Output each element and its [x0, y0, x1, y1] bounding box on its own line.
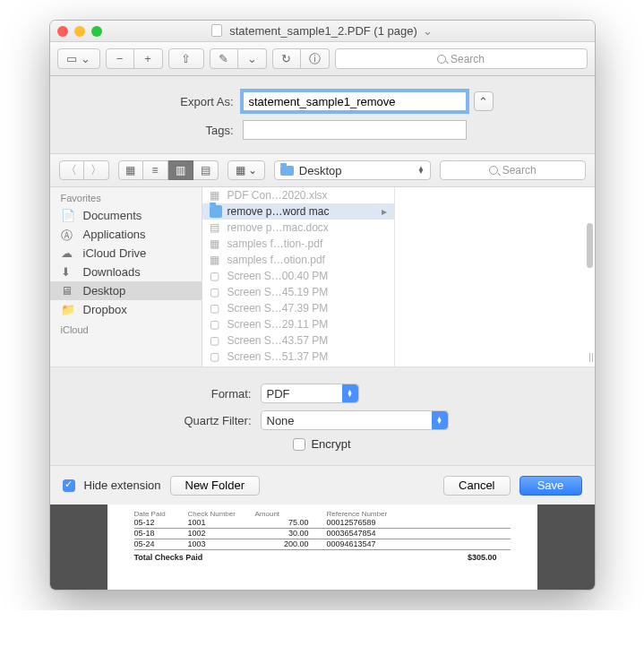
gallery-view-button[interactable]: ▤	[193, 160, 219, 180]
zoom-out-button[interactable]: −	[106, 48, 134, 69]
app-toolbar: ▭ ⌄ −+ ⇧ ✎⌄ ↻ⓘ Search	[50, 42, 595, 76]
sidebar-item-downloads[interactable]: ⬇Downloads	[50, 263, 202, 281]
export-as-label: Export As:	[50, 95, 243, 108]
arrange-button[interactable]: ▦ ⌄	[228, 160, 265, 180]
back-button[interactable]: 〈	[59, 160, 84, 180]
sidebar-item-icloud-drive[interactable]: ☁iCloud Drive	[50, 244, 202, 263]
file-name: samples f…otion.pdf	[228, 254, 325, 266]
sidebar-item-label: Desktop	[83, 284, 126, 298]
file-row[interactable]: ▢Screen S…43.57 PM	[202, 332, 394, 349]
file-name: Screen S…47.39 PM	[228, 302, 329, 315]
total-row: Total Checks Paid$305.00	[134, 553, 511, 562]
chevron-down-icon[interactable]: ⌄	[423, 24, 433, 38]
file-row[interactable]: ▦samples f…otion.pdf	[202, 252, 394, 268]
format-popup[interactable]: PDF ▲▼	[261, 384, 359, 403]
file-row[interactable]: ▢Screen S…51.53 PM	[202, 365, 394, 366]
sidebar-item-label: Downloads	[83, 265, 141, 279]
export-sheet: Export As: ⌃ Tags: 〈 〉 ▦ ≡ ▥ ▤ ▦ ⌄ De	[50, 76, 595, 504]
zoom-in-button[interactable]: +	[134, 48, 163, 69]
quartz-filter-label: Quartz Filter:	[50, 414, 261, 427]
sidebar-item-applications[interactable]: ⒶApplications	[50, 225, 202, 244]
quartz-filter-popup[interactable]: None ▲▼	[261, 410, 449, 430]
markup-button[interactable]: ⓘ	[301, 48, 330, 69]
file-row[interactable]: ▢Screen S…00.40 PM	[202, 268, 394, 284]
app-search-field[interactable]: Search	[335, 48, 588, 69]
file-name: Screen S…45.19 PM	[228, 286, 329, 298]
rotate-button[interactable]: ↻	[272, 48, 301, 69]
file-row[interactable]: remove p…word mac▸	[202, 203, 394, 220]
file-name: Screen S…00.40 PM	[228, 270, 329, 282]
encrypt-checkbox[interactable]	[293, 438, 305, 451]
file-name: remove p…mac.docx	[228, 221, 329, 234]
disclosure-arrow-icon: ▸	[382, 205, 387, 218]
img-icon: ▢	[210, 334, 222, 347]
img-icon: ▢	[210, 302, 222, 315]
resize-handle-icon[interactable]: ||	[588, 352, 593, 362]
sidebar-item-desktop[interactable]: 🖥Desktop	[50, 281, 202, 300]
export-as-field[interactable]	[243, 91, 467, 111]
cancel-button[interactable]: Cancel	[443, 476, 510, 496]
file-row[interactable]: ▢Screen S…29.11 PM	[202, 316, 394, 332]
file-row[interactable]: ▦PDF Con…2020.xlsx	[202, 187, 394, 203]
search-placeholder: Search	[451, 53, 485, 65]
collapse-button[interactable]: ⌃	[474, 91, 494, 111]
file-row[interactable]: ▤remove p…mac.docx	[202, 220, 394, 236]
file-name: samples f…tion-.pdf	[228, 237, 323, 250]
favorites-header: Favorites	[50, 187, 202, 206]
column-view-button[interactable]: ▥	[168, 160, 193, 180]
table-header-row: Date PaidCheck NumberAmountReference Num…	[134, 510, 511, 518]
forward-button[interactable]: 〉	[84, 160, 109, 180]
file-row[interactable]: ▢Screen S…45.19 PM	[202, 284, 394, 300]
popup-arrows-icon: ▲▼	[432, 411, 448, 429]
format-value: PDF	[267, 387, 290, 401]
sidebar-item-documents[interactable]: 📄Documents	[50, 206, 202, 225]
file-row[interactable]: ▢Screen S…47.39 PM	[202, 300, 394, 316]
file-name: PDF Con…2020.xlsx	[228, 189, 328, 202]
hide-extension-label: Hide extension	[84, 479, 161, 492]
sidebar-toggle-button[interactable]: ▭ ⌄	[57, 48, 100, 69]
file-name: remove p…word mac	[228, 205, 330, 218]
encrypt-label: Encrypt	[311, 437, 350, 451]
document-page: Date PaidCheck NumberAmountReference Num…	[107, 504, 537, 590]
tags-field[interactable]	[243, 120, 467, 140]
window-titlebar: statement_sample1_2.PDF (1 page) ⌄	[50, 21, 595, 42]
save-button[interactable]: Save	[519, 476, 582, 496]
bottom-bar: Hide extension New Folder Cancel Save	[50, 465, 595, 504]
location-label: Desktop	[299, 164, 342, 177]
encrypt-checkbox-row: Encrypt	[50, 437, 595, 451]
table-row: 05-18100230.0000036547854	[134, 529, 511, 539]
document-icon	[211, 24, 222, 37]
sidebar-item-label: Documents	[83, 209, 142, 222]
search-icon	[489, 166, 498, 175]
docx-icon: ▤	[210, 221, 222, 234]
highlight-button[interactable]: ✎	[210, 48, 238, 69]
scrollbar-thumb[interactable]	[587, 223, 593, 268]
icloud-header: iCloud	[50, 319, 202, 338]
highlight-menu-button[interactable]: ⌄	[238, 48, 267, 69]
new-folder-button[interactable]: New Folder	[170, 476, 260, 496]
icon-view-button[interactable]: ▦	[118, 160, 143, 180]
sidebar-item-label: Dropbox	[83, 303, 127, 316]
quartz-filter-value: None	[267, 414, 295, 427]
img-icon: ▢	[210, 286, 222, 298]
hide-extension-checkbox[interactable]	[63, 479, 75, 492]
document-preview: Date PaidCheck NumberAmountReference Num…	[50, 504, 595, 590]
share-button[interactable]: ⇧	[168, 48, 204, 69]
file-row[interactable]: ▦samples f…tion-.pdf	[202, 236, 394, 252]
xls-icon: ▦	[210, 189, 222, 202]
list-view-button[interactable]: ≡	[143, 160, 168, 180]
sidebar-item-dropbox[interactable]: 📁Dropbox	[50, 300, 202, 319]
file-row[interactable]: ▢Screen S…51.37 PM	[202, 349, 394, 365]
location-popup[interactable]: Desktop ▲▼	[274, 160, 431, 180]
folder-icon	[280, 166, 294, 176]
pdf-icon: ▦	[210, 254, 222, 266]
popup-arrows-icon: ▲▼	[342, 384, 358, 402]
popup-arrows-icon: ▲▼	[417, 167, 425, 174]
pdf-icon: ▦	[210, 237, 222, 250]
tags-label: Tags:	[50, 124, 243, 137]
file-name: Screen S…29.11 PM	[228, 318, 329, 331]
folder-icon: 📁	[61, 303, 76, 316]
browser-search-field[interactable]: Search	[440, 160, 586, 180]
down-icon: ⬇	[61, 265, 76, 279]
file-column: ▦PDF Con…2020.xlsxremove p…word mac▸▤rem…	[202, 187, 395, 366]
